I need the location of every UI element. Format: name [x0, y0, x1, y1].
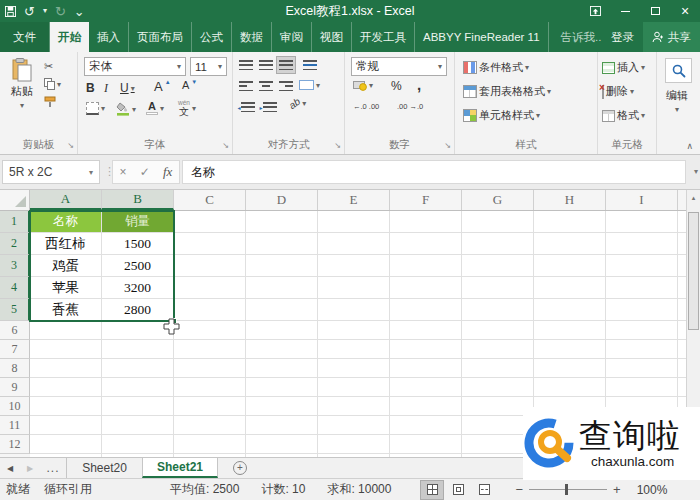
- tab-view[interactable]: 视图: [312, 22, 352, 52]
- paste-button[interactable]: 粘贴 ▾: [6, 58, 38, 110]
- clipboard-dialog-launcher-icon[interactable]: ↘: [67, 142, 74, 150]
- comma-style-button[interactable]: ,: [417, 76, 421, 93]
- align-center-button[interactable]: [257, 78, 275, 94]
- tab-review[interactable]: 审阅: [272, 22, 312, 52]
- zoom-in-button[interactable]: +: [607, 482, 627, 497]
- align-right-button[interactable]: [277, 78, 295, 94]
- share-button[interactable]: 共享: [643, 22, 700, 52]
- wrap-text-button[interactable]: [301, 57, 319, 73]
- cell-a2[interactable]: 西红柿: [30, 233, 102, 255]
- decrease-decimal-button[interactable]: .00 →.0: [397, 102, 423, 111]
- column-header-e[interactable]: E: [318, 190, 390, 210]
- ribbon-display-options-icon[interactable]: [580, 0, 610, 22]
- cell-b2[interactable]: 1500: [102, 233, 174, 255]
- format-painter-button[interactable]: [44, 96, 56, 108]
- tell-me-box[interactable]: 告诉我...: [549, 22, 602, 52]
- minimize-button[interactable]: [610, 0, 640, 22]
- column-header-g[interactable]: G: [462, 190, 534, 210]
- tab-page-layout[interactable]: 页面布局: [129, 22, 192, 52]
- cancel-entry-icon[interactable]: ×: [120, 165, 127, 179]
- find-select-button[interactable]: [665, 58, 692, 83]
- cell-b3[interactable]: 2500: [102, 255, 174, 277]
- row-header-10[interactable]: 10: [0, 397, 30, 416]
- row-header-9[interactable]: 9: [0, 378, 30, 397]
- row-header-3[interactable]: 3: [0, 255, 30, 277]
- new-sheet-button[interactable]: +: [218, 458, 262, 478]
- row-header-4[interactable]: 4: [0, 277, 30, 299]
- column-header-partial[interactable]: [678, 190, 686, 210]
- tab-home[interactable]: 开始: [50, 22, 89, 52]
- tab-developer[interactable]: 开发工具: [352, 22, 415, 52]
- zoom-out-button[interactable]: −: [509, 482, 529, 497]
- row-header-5[interactable]: 5: [0, 299, 30, 321]
- borders-button[interactable]: ▾: [86, 102, 105, 115]
- copy-button[interactable]: ▾: [44, 78, 61, 90]
- format-cells-button[interactable]: 格式 ▾: [602, 108, 645, 123]
- tab-data[interactable]: 数据: [232, 22, 272, 52]
- column-header-d[interactable]: D: [246, 190, 318, 210]
- font-name-combo[interactable]: 宋体 ▾: [84, 57, 186, 76]
- zoom-level[interactable]: 100%: [637, 483, 668, 497]
- column-header-f[interactable]: F: [390, 190, 462, 210]
- delete-cells-button[interactable]: × 删除 ▾: [602, 84, 634, 99]
- tab-formulas[interactable]: 公式: [192, 22, 232, 52]
- conditional-formatting-button[interactable]: 条件格式 ▾: [463, 60, 529, 75]
- sheet-tab-sheet20[interactable]: Sheet20: [66, 458, 142, 478]
- underline-button[interactable]: U▾: [120, 81, 135, 95]
- bold-button[interactable]: B: [86, 81, 95, 95]
- insert-cells-button[interactable]: 插入 ▾: [602, 60, 645, 75]
- shrink-font-button[interactable]: A▼: [182, 79, 197, 91]
- font-color-button[interactable]: A ▾: [146, 101, 164, 115]
- row-header-6[interactable]: 6: [0, 321, 30, 340]
- page-break-view-button[interactable]: [473, 481, 495, 499]
- formula-bar-expand-icon[interactable]: ▾: [694, 167, 698, 176]
- cell-b5[interactable]: 2800: [102, 299, 174, 321]
- sign-in-button[interactable]: 登录: [602, 22, 643, 52]
- sheet-tab-overflow[interactable]: ...: [40, 458, 66, 478]
- zoom-slider[interactable]: [529, 489, 607, 490]
- accounting-format-button[interactable]: ▾: [353, 80, 373, 91]
- number-dialog-launcher-icon[interactable]: ↘: [444, 142, 451, 150]
- merge-center-button[interactable]: ▾: [299, 80, 320, 90]
- format-as-table-button[interactable]: 套用表格格式 ▾: [463, 84, 551, 99]
- row-header-1[interactable]: 1: [0, 211, 30, 233]
- row-header-2[interactable]: 2: [0, 233, 30, 255]
- cell-b4[interactable]: 3200: [102, 277, 174, 299]
- cell-a3[interactable]: 鸡蛋: [30, 255, 102, 277]
- tab-insert[interactable]: 插入: [89, 22, 129, 52]
- font-size-combo[interactable]: 11 ▾: [190, 57, 227, 76]
- bottom-align-button[interactable]: [277, 57, 295, 73]
- tab-abbyy[interactable]: ABBYY FineReader 11: [415, 22, 549, 52]
- percent-style-button[interactable]: %: [391, 79, 402, 93]
- sheet-nav-left-icon[interactable]: ◀: [0, 458, 20, 478]
- font-dialog-launcher-icon[interactable]: ↘: [222, 142, 229, 150]
- increase-indent-button[interactable]: ▸: [259, 99, 277, 115]
- increase-decimal-button[interactable]: ←.0 .00: [353, 102, 379, 111]
- confirm-entry-icon[interactable]: ✓: [140, 165, 150, 179]
- save-icon[interactable]: [5, 6, 16, 17]
- cut-button[interactable]: ✂: [44, 60, 53, 73]
- phonetic-guide-button[interactable]: wén文 ▾: [178, 100, 196, 117]
- tab-file[interactable]: 文件: [0, 22, 50, 52]
- row-header-8[interactable]: 8: [0, 359, 30, 378]
- column-header-i[interactable]: I: [606, 190, 678, 210]
- row-header-7[interactable]: 7: [0, 340, 30, 359]
- paste-dropdown-icon[interactable]: ▾: [20, 101, 24, 110]
- top-align-button[interactable]: [237, 57, 255, 73]
- orientation-button[interactable]: ab ▾: [289, 98, 306, 109]
- cell-a1[interactable]: 名称: [30, 211, 102, 233]
- customize-qat-icon[interactable]: ⌄: [74, 5, 85, 18]
- column-header-h[interactable]: H: [534, 190, 606, 210]
- close-button[interactable]: ×: [670, 0, 700, 22]
- alignment-dialog-launcher-icon[interactable]: ↘: [334, 142, 341, 150]
- fill-color-button[interactable]: ▾: [116, 102, 136, 116]
- row-header-12[interactable]: 12: [0, 435, 30, 454]
- column-header-a[interactable]: A: [30, 190, 102, 210]
- maximize-button[interactable]: [640, 0, 670, 22]
- scroll-up-icon[interactable]: ▴: [687, 190, 700, 206]
- page-layout-view-button[interactable]: [447, 481, 469, 499]
- middle-align-button[interactable]: [257, 57, 275, 73]
- formula-input[interactable]: 名称: [182, 160, 686, 184]
- cell-a5[interactable]: 香蕉: [30, 299, 102, 321]
- cell-b1[interactable]: 销量: [102, 211, 174, 233]
